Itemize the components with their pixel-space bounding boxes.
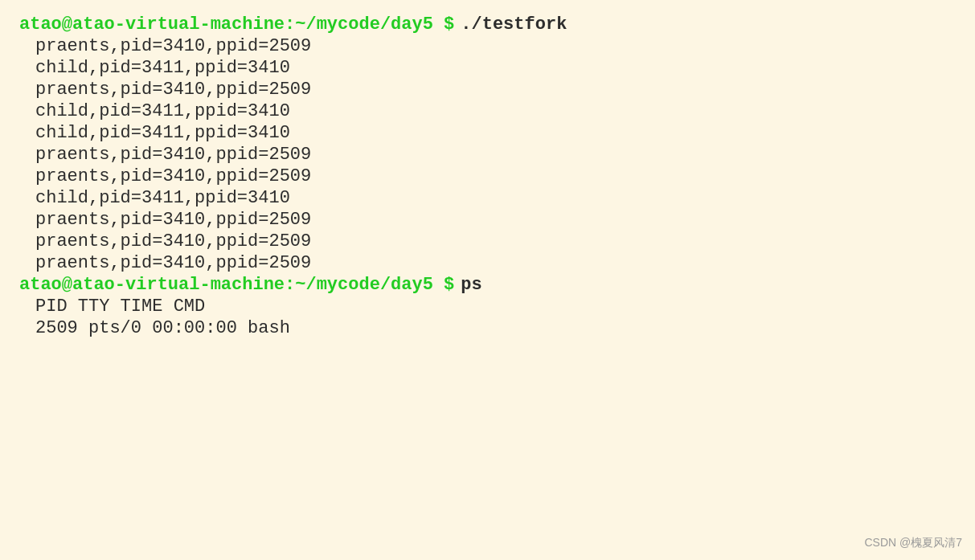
prompt-user-host-2: atao@atao-virtual-machine — [19, 275, 285, 295]
terminal-window: atao@atao-virtual-machine :~/mycode/day5… — [0, 0, 975, 560]
output-line-2: child,pid=3411,ppid=3410 — [19, 58, 956, 78]
ps-row: 2509 pts/0 00:00:00 bash — [19, 318, 956, 338]
prompt-command-1: ./testfork — [461, 14, 567, 35]
prompt-line-1: atao@atao-virtual-machine :~/mycode/day5… — [19, 14, 956, 35]
output-line-10: praents,pid=3410,ppid=2509 — [19, 231, 956, 251]
prompt-path-2: :~/mycode/day5 — [285, 275, 433, 295]
prompt-command-2: ps — [461, 275, 481, 295]
prompt-path: :~/mycode/day5 — [285, 14, 433, 35]
prompt-user-host: atao@atao-virtual-machine — [19, 14, 285, 35]
prompt-dollar-1: $ — [433, 14, 454, 35]
prompt-line-2: atao@atao-virtual-machine :~/mycode/day5… — [19, 275, 956, 295]
prompt-dollar-2: $ — [433, 275, 454, 295]
watermark: CSDN @槐夏风清7 — [864, 536, 962, 550]
ps-header: PID TTY TIME CMD — [19, 296, 956, 317]
output-line-1: praents,pid=3410,ppid=2509 — [19, 36, 956, 56]
output-line-5: child,pid=3411,ppid=3410 — [19, 123, 956, 143]
output-line-7: praents,pid=3410,ppid=2509 — [19, 166, 956, 186]
output-line-6: praents,pid=3410,ppid=2509 — [19, 145, 956, 165]
output-line-11: praents,pid=3410,ppid=2509 — [19, 253, 956, 273]
output-line-4: child,pid=3411,ppid=3410 — [19, 101, 956, 121]
output-line-9: praents,pid=3410,ppid=2509 — [19, 210, 956, 230]
output-line-3: praents,pid=3410,ppid=2509 — [19, 80, 956, 100]
output-line-8: child,pid=3411,ppid=3410 — [19, 188, 956, 208]
